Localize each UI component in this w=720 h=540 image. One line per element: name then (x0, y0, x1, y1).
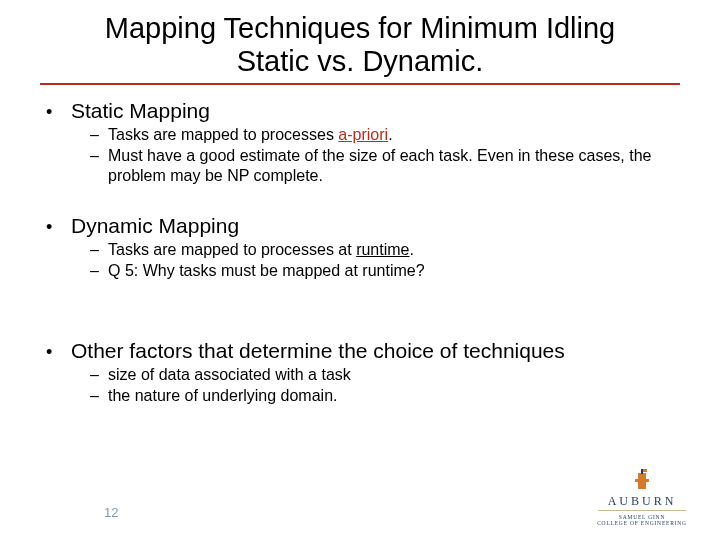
slide-title: Mapping Techniques for Minimum Idling St… (40, 12, 680, 85)
auburn-logo: AUBURN SAMUEL GINN COLLEGE OF ENGINEERIN… (592, 469, 692, 526)
slide: Mapping Techniques for Minimum Idling St… (0, 0, 720, 540)
logo-text: AUBURN (592, 495, 692, 507)
page-number: 12 (104, 505, 118, 520)
svg-rect-2 (641, 469, 643, 474)
list-item: Must have a good estimate of the size of… (90, 146, 674, 186)
list-item: Q 5: Why tasks must be mapped at runtime… (90, 261, 674, 281)
bullet-dynamic-mapping: Dynamic Mapping Tasks are mapped to proc… (46, 214, 674, 281)
heading-dynamic: Dynamic Mapping (71, 214, 239, 237)
list-item: the nature of underlying domain. (90, 386, 674, 406)
list-item: size of data associated with a task (90, 365, 674, 385)
highlight-apriori: a-priori (338, 126, 388, 143)
highlight-runtime: runtime (356, 241, 409, 258)
logo-divider (598, 510, 686, 511)
logo-subtitle-2: COLLEGE OF ENGINEERING (592, 520, 692, 526)
title-line-2: Static vs. Dynamic. (237, 45, 484, 77)
list-item: Tasks are mapped to processes a-priori. (90, 125, 674, 145)
title-line-1: Mapping Techniques for Minimum Idling (105, 12, 615, 44)
svg-rect-1 (635, 479, 649, 482)
bullet-static-mapping: Static Mapping Tasks are mapped to proce… (46, 99, 674, 186)
heading-other: Other factors that determine the choice … (71, 339, 565, 362)
bullet-other-factors: Other factors that determine the choice … (46, 339, 674, 406)
svg-rect-3 (643, 469, 647, 472)
list-item: Tasks are mapped to processes at runtime… (90, 240, 674, 260)
logo-mark-icon (592, 469, 692, 493)
slide-body: Static Mapping Tasks are mapped to proce… (0, 93, 720, 406)
heading-static: Static Mapping (71, 99, 210, 122)
